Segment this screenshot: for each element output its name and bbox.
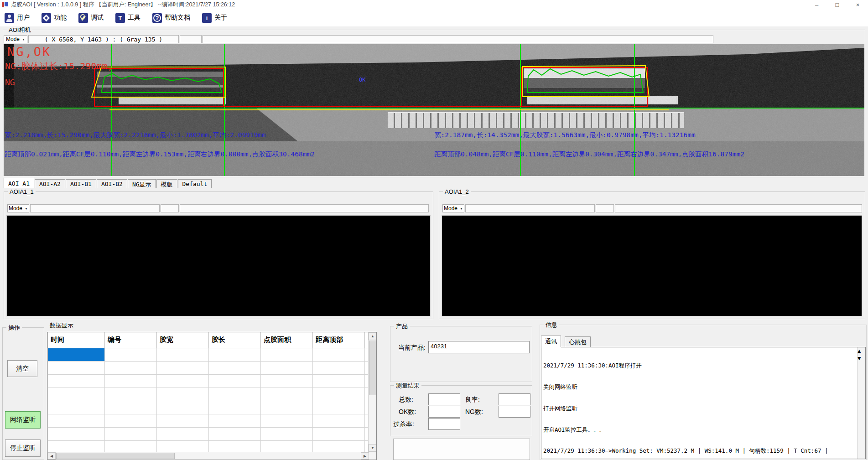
camera-mode-dropdown[interactable]: Mode▼ [4,35,27,43]
menu-user[interactable]: 用户 [5,13,30,23]
scroll-up-icon[interactable]: ▲ [369,332,377,340]
menu-debug-label: 调试 [91,14,104,22]
aoia1-1-canvas[interactable] [6,215,431,316]
camera-mode-label: Mode [6,36,20,42]
table-row[interactable] [48,401,369,414]
wrench-icon [78,13,88,23]
help-icon: ? [152,13,162,23]
col-time[interactable]: 时间 [48,332,105,348]
table-row[interactable] [48,348,369,361]
table-row[interactable] [48,374,369,388]
aoia1-1-status-box [161,204,179,212]
scrollbar-thumb[interactable] [369,341,376,395]
ok-label-text: OK [359,77,365,83]
aoia1-2-mode-label: Mode [444,205,457,212]
selected-cell[interactable] [48,348,105,361]
yield-value [499,393,530,405]
ng-reason-text: NG:胶体过长:15.290mm, [5,60,113,72]
menu-bar: 用户 功能 调试 T 工具 ? 帮助文档 i 关于 [0,9,868,26]
ng-count-label: NG数: [465,408,483,416]
clear-button[interactable]: 清空 [7,360,37,377]
chevron-down-icon: ▼ [25,207,28,210]
scroll-down-icon[interactable]: ▼ [858,355,861,362]
aoia1-1-mode-label: Mode [9,205,22,212]
maximize-button[interactable]: □ [827,0,847,9]
tab-aoi-a2[interactable]: AOI-A2 [35,179,65,188]
current-product-input[interactable]: 40231 [428,341,530,353]
stop-listen-button[interactable]: 停止监听 [5,439,41,457]
scrollbar-thumb[interactable] [56,453,175,459]
col-glue-width[interactable]: 胶宽 [157,332,209,348]
camera-status-box [180,35,202,43]
camera-image[interactable]: NG,OK NG:胶体过长:15.290mm, NG OK 宽:2.218mm,… [4,44,864,176]
chevron-down-icon: ▼ [460,207,463,210]
aoia1-1-label: AOIA1_1 [8,188,36,195]
col-distance-top[interactable]: 距离顶部 [313,332,365,348]
table-row[interactable] [48,361,369,374]
right-measurement-line1: 宽:2.187mm,长:14.352mm,最大胶宽:1.5663mm,最小:0.… [434,131,696,140]
glue-contour-left [101,73,222,93]
menu-about[interactable]: i 关于 [202,13,227,23]
inspection-status-text: NG,OK [7,45,51,59]
data-display-label: 数据显示 [48,322,75,329]
gear-icon [42,13,51,23]
measurement-table: 时间 编号 胶宽 胶长 点胶面积 距离顶部 [47,332,369,454]
col-id[interactable]: 编号 [105,332,157,348]
col-glue-area[interactable]: 点胶面积 [261,332,313,348]
scroll-left-icon[interactable]: ◀ [47,452,56,460]
operation-group-label: 操作 [6,324,22,331]
results-group-label: 测量结果 [394,382,421,389]
log-line: 2021/7/29 11:36:30:AOI程序打开 [543,362,854,369]
product-group: 产品 当前产品: 40231 [390,326,532,382]
table-row[interactable] [48,427,369,440]
menu-debug[interactable]: 调试 [78,13,104,23]
left-measurement-line2: 距离顶部0.021mm,距离CF层0.110mm,距离左边界0.153mm,距离… [5,150,315,159]
log-line: 开启AOI监控工具。。。 [543,426,854,434]
aoia1-1-mode-dropdown[interactable]: Mode▼ [7,204,29,212]
title-bar: 点胶AOI [ Version : 1.0.0.9 ] 程序 【当前用户: En… [0,0,868,9]
chevron-down-icon: ▼ [22,38,25,41]
table-row[interactable] [48,414,369,427]
overkill-value [428,418,460,430]
menu-function[interactable]: 功能 [42,13,67,23]
aoia1-1-message-box [180,204,429,212]
comms-log[interactable]: 2021/7/29 11:36:30:AOI程序打开 关闭网络监听 打开网络监听… [541,347,866,459]
table-vertical-scrollbar[interactable]: ▲ ▼ [368,332,376,460]
minimize-button[interactable]: – [806,0,827,9]
tab-comms[interactable]: 通讯 [541,336,561,347]
ng-count-value [499,406,530,418]
tab-aoi-b2[interactable]: AOI-B2 [97,179,127,188]
tab-aoi-b1[interactable]: AOI-B1 [66,179,96,188]
right-measurement-line2: 距离顶部0.048mm,距离CF层0.110mm,距离左边界0.304mm,距离… [434,150,744,159]
table-row[interactable] [48,388,369,401]
camera-message-box [203,35,713,43]
aoia1-2-canvas[interactable] [442,215,862,316]
close-button[interactable]: × [847,0,868,9]
tab-template[interactable]: 模版 [156,179,177,188]
log-line: 打开网络监听 [543,405,854,412]
scroll-up-icon[interactable]: ▲ [858,347,861,354]
ok-count-value [428,406,460,418]
col-glue-length[interactable]: 胶长 [209,332,261,348]
aoia1-2-mode-dropdown[interactable]: Mode▼ [442,204,464,212]
tab-default[interactable]: Default [178,179,212,188]
aoia1-2-readout-box [465,204,595,212]
aoia1-2-message-box [615,204,862,212]
tab-ng-display[interactable]: NG显示 [128,179,156,188]
tab-aoi-a1[interactable]: AOI-A1 [4,178,34,188]
menu-tools[interactable]: T 工具 [115,13,140,23]
camera-coordinate-readout: ( X 6568, Y 1463 ) : ( Gray 135 ) [28,35,179,43]
network-listen-button[interactable]: 网络监听 [5,411,41,429]
product-notes-panel [393,439,530,460]
scroll-right-icon[interactable]: ▶ [361,452,369,460]
glue-contour-right [527,69,643,93]
ng-label-text: NG [5,78,15,87]
overkill-label: 过杀率: [393,420,414,429]
menu-help[interactable]: ? 帮助文档 [152,13,190,23]
scroll-down-icon[interactable]: ▼ [369,444,377,452]
log-vertical-scrollbar[interactable]: ▲ ▼ [857,347,865,459]
info-group: 信息 通讯 心跳包 2021/7/29 11:36:30:AOI程序打开 关闭网… [540,325,867,460]
results-group: 测量结果 总数: 良率: OK数: NG数: 过杀率: [390,385,532,436]
data-display-table: 时间 编号 胶宽 胶长 点胶面积 距离顶部 [47,332,377,460]
table-horizontal-scrollbar[interactable]: ◀ ▶ [47,452,369,460]
